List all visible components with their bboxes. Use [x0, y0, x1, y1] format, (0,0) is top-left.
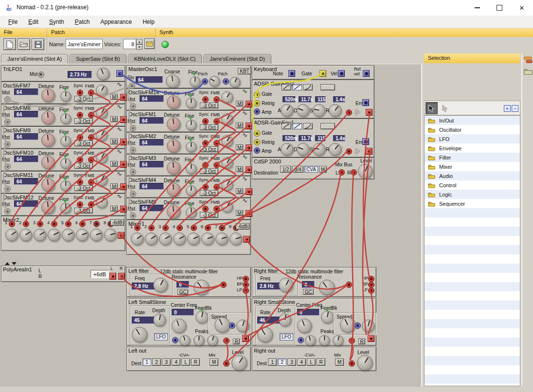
value-display[interactable]: 64: [14, 133, 38, 140]
dest-select-button[interactable]: 3: [162, 358, 171, 366]
red-round-connector[interactable]: [213, 162, 220, 168]
red-square-connector[interactable]: [120, 139, 127, 145]
value-display[interactable]: 520m: [283, 96, 296, 103]
minimize-button[interactable]: [466, 0, 488, 16]
octave-button[interactable]: -3 Oct: [74, 118, 93, 124]
knob[interactable]: [145, 232, 158, 245]
knob[interactable]: [41, 178, 55, 192]
gray-round-connector[interactable]: [130, 169, 136, 175]
value-display[interactable]: 64: [140, 183, 164, 190]
category-sequencer[interactable]: Sequencer: [425, 199, 520, 208]
value-display[interactable]: 0: [297, 309, 320, 316]
octave-button[interactable]: -3 Oct: [200, 212, 218, 218]
blue-square-connector[interactable]: [338, 70, 345, 77]
value-display[interactable]: 1.4s: [333, 96, 345, 103]
knob[interactable]: [132, 327, 147, 342]
value-display[interactable]: 64: [14, 89, 38, 95]
module-trilfo1[interactable]: TriLFO1Mst2.73 Hz: [1, 65, 125, 82]
knob[interactable]: [60, 180, 71, 191]
dest-select-button[interactable]: L: [307, 358, 316, 366]
category-audio[interactable]: Audio: [425, 171, 520, 180]
envelope-mode-button[interactable]: [320, 123, 335, 129]
module-oscslvfm11[interactable]: OscSlvFM11Mst64DetuneFineSyncFMB-3 OctM∿: [1, 171, 125, 194]
knob[interactable]: [194, 335, 204, 346]
slot-tab-1[interactable]: SuperSaw (Slot B): [70, 54, 126, 64]
red-round-connector-unlit[interactable]: [219, 225, 225, 231]
slot-tab-2[interactable]: KBNotInLoveDLX (Slot C): [128, 54, 202, 64]
patch-name-input[interactable]: [66, 39, 103, 49]
knob[interactable]: [186, 207, 196, 218]
knob[interactable]: [167, 117, 180, 131]
destination-button[interactable]: CVA: [304, 166, 318, 173]
knob[interactable]: [186, 98, 196, 108]
yellow-round-connector[interactable]: [254, 130, 260, 137]
dest-select-button[interactable]: 4: [172, 358, 180, 366]
module-right-out[interactable]: Right outDest1234LR-CVA-MixMLevel: [252, 347, 376, 371]
yellow-round-connector[interactable]: [254, 139, 260, 145]
category-logic[interactable]: Logic: [425, 190, 520, 199]
knob[interactable]: [215, 232, 228, 245]
red-round-connector[interactable]: [88, 179, 94, 185]
knob[interactable]: [173, 232, 186, 245]
knob[interactable]: [209, 76, 220, 87]
red-round-connector[interactable]: [213, 206, 220, 212]
octave-button[interactable]: -3 Oct: [74, 163, 93, 169]
knob[interactable]: [230, 232, 242, 245]
close-button[interactable]: ✕: [511, 0, 533, 16]
knob[interactable]: [186, 142, 196, 152]
patch-view-button[interactable]: [523, 55, 533, 65]
red-round-connector[interactable]: [213, 118, 220, 125]
knob[interactable]: [60, 203, 71, 214]
red-square-connector[interactable]: [109, 273, 116, 280]
module-oscslvfm5[interactable]: OscSlvFM5Mst64DetuneFineSyncFMB-3 OctM∿: [126, 198, 251, 220]
value-display[interactable]: 64: [14, 111, 38, 118]
knob[interactable]: [41, 156, 55, 169]
red-round-connector-unlit[interactable]: [93, 221, 100, 227]
knob[interactable]: [201, 232, 214, 245]
red-round-connector[interactable]: [346, 109, 352, 116]
knob[interactable]: [329, 104, 341, 117]
knob[interactable]: [297, 143, 309, 156]
red-round-connector[interactable]: [220, 282, 227, 288]
knob[interactable]: [186, 120, 196, 130]
gray-round-connector[interactable]: [130, 147, 136, 153]
red-round-connector[interactable]: [213, 96, 220, 103]
knob[interactable]: [96, 174, 107, 186]
value-display[interactable]: 520m: [283, 135, 296, 142]
red-round-connector[interactable]: [368, 282, 374, 288]
knob[interactable]: [96, 107, 107, 119]
knob[interactable]: [221, 135, 233, 147]
slot-tab-3[interactable]: Jarre'sEminent (Slot D): [203, 54, 271, 64]
red-round-connector[interactable]: [223, 360, 230, 367]
envelope-shape-button[interactable]: [303, 84, 313, 90]
envelope-shape-button[interactable]: [292, 123, 302, 129]
knob[interactable]: [60, 91, 71, 102]
menu-file[interactable]: File: [3, 17, 23, 27]
gray-round-connector[interactable]: [4, 96, 11, 103]
knob[interactable]: [214, 317, 230, 333]
red-round-connector[interactable]: [202, 206, 209, 212]
module-oscslvfm14[interactable]: OscSlvFM14Mst64DetuneFineSyncFMB-3 OctM∿: [126, 89, 251, 110]
splitter-down-arrow[interactable]: [12, 262, 17, 265]
dest-select-button[interactable]: R: [317, 358, 325, 366]
dest-select-button[interactable]: R: [191, 358, 200, 366]
gain-display[interactable]: +6dB: [90, 270, 109, 278]
module-oscslvfm12[interactable]: OscSlvFM12Mst64DetuneFineSyncFMB-3 OctM∿: [1, 194, 125, 216]
knob[interactable]: [187, 232, 200, 245]
knob[interactable]: [96, 85, 107, 96]
module-adsr-gainenv1[interactable]: ADSR-GainEnv1Gate520m11.7s1151.4sRetrigA…: [252, 119, 374, 158]
octave-button[interactable]: -3 Oct: [74, 141, 93, 146]
red-square-connector[interactable]: [120, 206, 127, 213]
red-round-connector[interactable]: [202, 140, 209, 146]
red-round-connector[interactable]: [368, 287, 374, 294]
value-display[interactable]: 64: [14, 178, 38, 185]
knob[interactable]: [190, 76, 200, 87]
knob[interactable]: [279, 278, 293, 292]
red-round-connector[interactable]: [351, 169, 357, 176]
category-filter[interactable]: Filter: [425, 153, 520, 162]
red-round-connector[interactable]: [213, 140, 220, 146]
dest-select-button[interactable]: 3: [287, 358, 296, 366]
value-display[interactable]: 64: [140, 205, 164, 212]
mute-button[interactable]: M: [110, 183, 118, 189]
knob[interactable]: [153, 278, 168, 292]
